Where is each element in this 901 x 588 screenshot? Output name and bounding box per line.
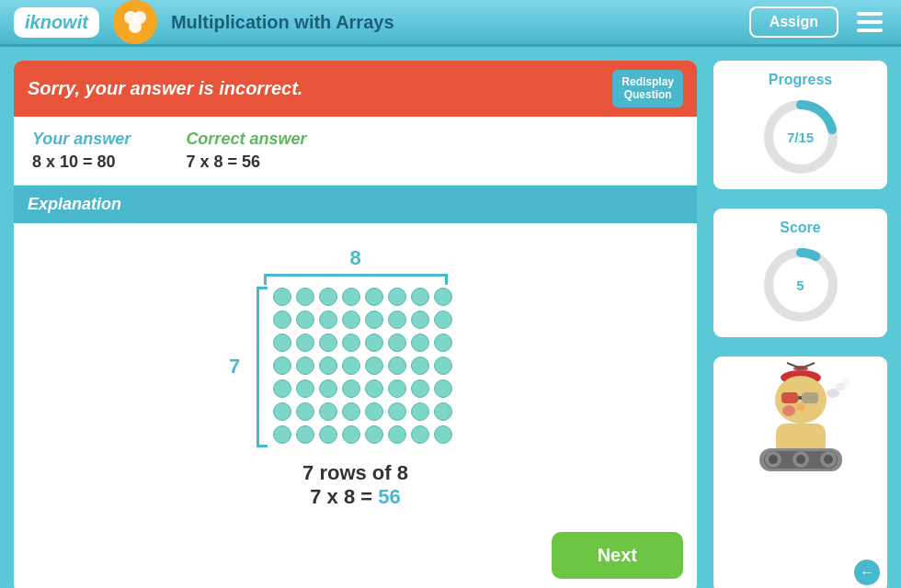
progress-label: 7/15 (787, 130, 814, 145)
menu-icon (857, 12, 883, 16)
character-image (741, 366, 861, 485)
svg-point-28 (796, 455, 805, 464)
dot (411, 402, 429, 421)
dot (296, 288, 314, 306)
dot (319, 402, 337, 421)
header: iknowit Multiplication with Arrays Assig… (0, 0, 901, 47)
dot (434, 288, 452, 306)
dot (434, 425, 452, 444)
svg-point-16 (796, 403, 805, 411)
svg-rect-13 (781, 392, 798, 403)
dot (296, 334, 314, 352)
svg-rect-15 (798, 396, 802, 400)
dot (273, 356, 291, 375)
rows-label: 7 rows of 8 (302, 461, 408, 485)
dot (388, 356, 406, 375)
dot (388, 379, 406, 398)
equation-line: 7 x 8 = 56 (302, 485, 408, 509)
svg-rect-14 (802, 392, 818, 403)
menu-button[interactable] (852, 7, 887, 37)
dot (273, 402, 291, 421)
dot (411, 288, 429, 306)
svg-point-17 (782, 405, 795, 416)
score-donut: 5 (759, 243, 842, 326)
dot (411, 356, 429, 375)
dot (365, 402, 383, 421)
progress-donut: 7/15 (759, 96, 842, 178)
dot (296, 356, 314, 375)
dot (342, 379, 360, 398)
assign-button[interactable]: Assign (749, 6, 838, 38)
svg-point-2 (129, 20, 142, 33)
dot (365, 379, 383, 398)
explanation-body: 8 7 7 rows of 8 7 x 8 = 56 (14, 223, 697, 523)
dot (296, 402, 314, 421)
equation-text: 7 rows of 8 7 x 8 = 56 (302, 461, 408, 509)
correct-answer-label: Correct answer (186, 130, 306, 149)
equation-answer: 56 (378, 485, 400, 508)
dot (365, 425, 383, 444)
progress-title: Progress (769, 72, 832, 88)
dot (296, 311, 314, 329)
dot (342, 402, 360, 421)
dot (319, 311, 337, 329)
dot (388, 402, 406, 421)
dot (296, 425, 314, 444)
correct-answer-block: Correct answer 7 x 8 = 56 (186, 130, 306, 172)
menu-icon (857, 28, 883, 32)
dot (388, 311, 406, 329)
dot (273, 288, 291, 306)
your-answer-label: Your answer (32, 130, 131, 149)
bracket-left (257, 287, 268, 447)
answer-section: Your answer 8 x 10 = 80 Correct answer 7… (14, 117, 697, 186)
dot (273, 379, 291, 398)
dot (388, 334, 406, 352)
dot (365, 356, 383, 375)
back-button[interactable]: ← (854, 560, 880, 585)
dot (342, 311, 360, 329)
dot (434, 379, 452, 398)
dot (365, 288, 383, 306)
dot (296, 379, 314, 398)
dot (411, 311, 429, 329)
dot (273, 425, 291, 444)
score-label: 5 (796, 277, 804, 293)
dot (365, 311, 383, 329)
dot (388, 288, 406, 306)
your-answer-block: Your answer 8 x 10 = 80 (32, 130, 131, 172)
dot (319, 334, 337, 352)
right-panel: Progress 7/15 Score 5 (711, 58, 890, 588)
logo: iknowit (14, 7, 99, 38)
redisplay-button[interactable]: RedisplayQuestion (612, 70, 683, 107)
next-button[interactable]: Next (552, 532, 683, 579)
left-panel: Sorry, your answer is incorrect. Redispl… (11, 58, 700, 588)
dot (342, 288, 360, 306)
dot (434, 356, 452, 375)
dots-grid (273, 288, 454, 446)
logo-icon (113, 0, 157, 44)
menu-icon (857, 20, 883, 24)
dot (434, 402, 452, 421)
svg-point-29 (824, 455, 833, 464)
dot (342, 356, 360, 375)
bracket-top (264, 274, 448, 285)
dot (411, 334, 429, 352)
dot (411, 425, 429, 444)
top-number: 8 (349, 246, 360, 270)
svg-point-20 (841, 378, 850, 385)
equation-prefix: 7 x 8 = (310, 485, 378, 508)
dot (319, 379, 337, 398)
array-diagram: 8 7 7 rows of 8 7 x 8 = 56 (257, 246, 454, 509)
correct-answer-value: 7 x 8 = 56 (186, 153, 306, 172)
explanation-header: Explanation (14, 186, 697, 223)
dot (273, 334, 291, 352)
dot (342, 425, 360, 444)
dot (319, 425, 337, 444)
dot (273, 311, 291, 329)
dot (319, 288, 337, 306)
score-box: Score 5 (711, 206, 890, 340)
your-answer-value: 8 x 10 = 80 (32, 153, 131, 172)
progress-box: Progress 7/15 (711, 58, 890, 192)
dot (365, 334, 383, 352)
dot (342, 334, 360, 352)
